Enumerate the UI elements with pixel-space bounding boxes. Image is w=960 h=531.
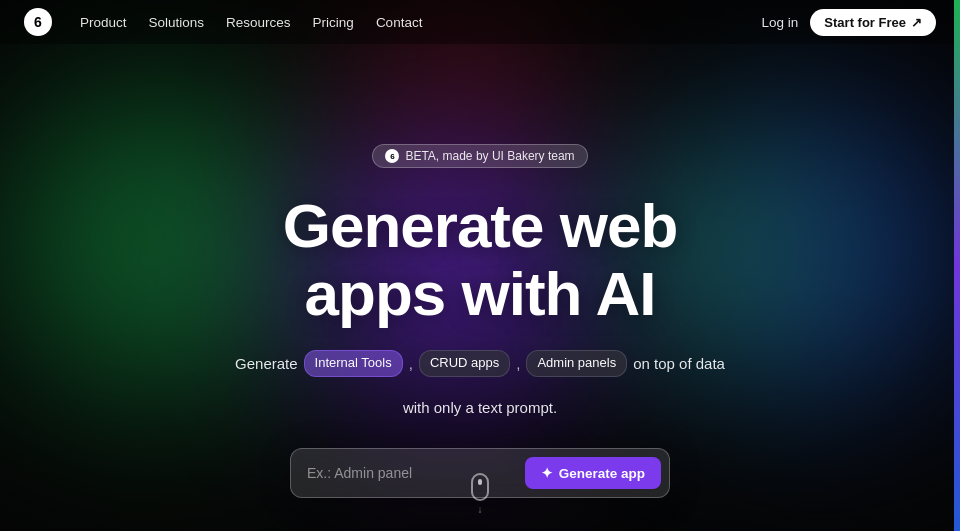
- start-free-button[interactable]: Start for Free ↗: [810, 9, 936, 36]
- nav-link-resources[interactable]: Resources: [226, 15, 291, 30]
- right-stripe: [954, 0, 960, 531]
- nav-link-solutions[interactable]: Solutions: [149, 15, 205, 30]
- comma1: ,: [409, 352, 413, 376]
- generate-button[interactable]: ✦ Generate app: [525, 457, 661, 489]
- beta-badge: 6 BETA, made by UI Bakery team: [372, 144, 587, 168]
- generate-button-label: Generate app: [559, 466, 645, 481]
- generate-label: Generate: [235, 352, 298, 376]
- hero-subtext: Generate Internal Tools , CRUD apps , Ad…: [235, 350, 725, 377]
- tag-internal-tools: Internal Tools: [304, 350, 403, 377]
- beta-badge-logo: 6: [385, 149, 399, 163]
- logo-icon: 6: [24, 8, 52, 36]
- nav-logo[interactable]: 6: [24, 8, 52, 36]
- hero-section: 6 BETA, made by UI Bakery team Generate …: [0, 44, 960, 498]
- scroll-arrow: ↓: [478, 504, 483, 515]
- generate-icon: ✦: [541, 465, 553, 481]
- nav-links: Product Solutions Resources Pricing Cont…: [80, 15, 762, 30]
- start-free-label: Start for Free: [824, 15, 906, 30]
- headline-line2: apps with AI: [305, 259, 656, 328]
- tag-admin-panels: Admin panels: [526, 350, 627, 377]
- scroll-indicator: ↓: [471, 473, 489, 515]
- tag-crud-apps: CRUD apps: [419, 350, 510, 377]
- start-free-icon: ↗: [911, 15, 922, 30]
- nav-link-product[interactable]: Product: [80, 15, 127, 30]
- beta-badge-text: BETA, made by UI Bakery team: [405, 149, 574, 163]
- comma2: ,: [516, 352, 520, 376]
- headline-line1: Generate web: [283, 191, 678, 260]
- login-button[interactable]: Log in: [762, 15, 799, 30]
- hero-headline: Generate web apps with AI: [283, 192, 678, 328]
- nav-actions: Log in Start for Free ↗: [762, 9, 936, 36]
- with-prompt-text: with only a text prompt.: [403, 399, 557, 416]
- navbar: 6 Product Solutions Resources Pricing Co…: [0, 0, 960, 44]
- nav-link-pricing[interactable]: Pricing: [313, 15, 354, 30]
- scroll-dot-inner: [478, 479, 482, 485]
- on-top-text: on top of data: [633, 352, 725, 376]
- nav-link-contact[interactable]: Contact: [376, 15, 423, 30]
- scroll-dot-outer: [471, 473, 489, 501]
